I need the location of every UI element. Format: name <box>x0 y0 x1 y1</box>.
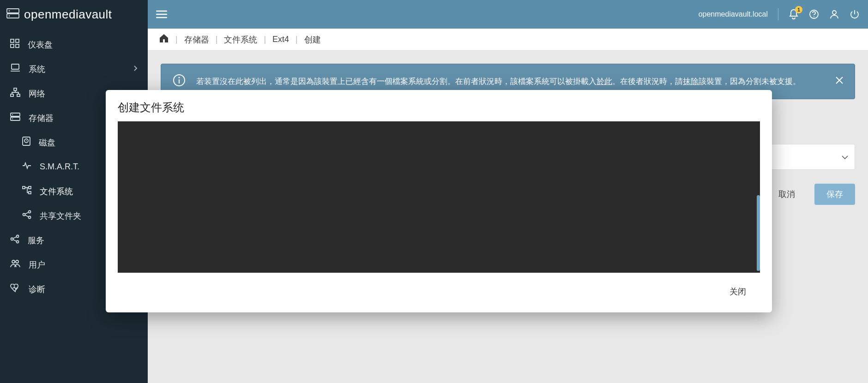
svg-rect-6 <box>11 44 14 48</box>
breadcrumb-separator: | <box>216 35 218 44</box>
brand[interactable]: openmediavault <box>0 0 148 29</box>
sidebar-item-label: 用户 <box>29 259 45 270</box>
help-button[interactable] <box>809 9 819 19</box>
svg-rect-10 <box>11 94 13 96</box>
sidebar-item-label: 网络 <box>29 88 45 99</box>
tree-icon <box>22 186 31 197</box>
breadcrumb-item[interactable]: 创建 <box>304 34 321 45</box>
close-icon <box>835 78 844 86</box>
sidebar-item-label: 存储器 <box>29 113 54 124</box>
svg-rect-7 <box>16 44 19 48</box>
dialog-close-button[interactable]: 关闭 <box>717 281 758 302</box>
info-text-segment: 若装置沒在此被列出，通常是因為該裝置上已經含有一個檔案系統或分割。在前者狀況時，… <box>196 77 597 86</box>
svg-point-29 <box>16 260 18 263</box>
info-link-mount[interactable]: 於此 <box>597 77 612 86</box>
svg-rect-11 <box>17 94 20 96</box>
breadcrumb-separator: | <box>175 35 178 44</box>
topbar: openmediavault.local 1 <box>148 0 868 29</box>
sidebar-item-label: S.M.A.R.T. <box>40 162 79 172</box>
info-link-wipe[interactable]: 抹除 <box>683 77 699 86</box>
notifications-button[interactable]: 1 <box>789 9 799 20</box>
sidebar-item-label: 文件系统 <box>40 186 73 197</box>
users-icon <box>10 259 20 270</box>
info-icon <box>172 73 186 90</box>
terminal-output[interactable]: The operation has completed successfully… <box>118 121 760 273</box>
svg-rect-5 <box>16 39 19 42</box>
sidebar-item-label: 仪表盘 <box>28 39 53 50</box>
sidebar-item-label: 系统 <box>29 64 45 75</box>
brand-text: openmediavault <box>24 7 112 22</box>
svg-rect-8 <box>12 64 19 69</box>
hostname-label: openmediavault.local <box>699 10 768 18</box>
svg-point-18 <box>26 140 27 141</box>
sidebar-item-label: 磁盘 <box>39 137 55 148</box>
svg-rect-21 <box>29 192 31 194</box>
info-text-segment: 。在後者狀況時，請 <box>612 77 683 86</box>
breadcrumb-separator: | <box>295 35 298 44</box>
network-icon <box>10 88 20 99</box>
svg-point-28 <box>12 260 15 263</box>
dashboard-icon <box>10 39 19 50</box>
cancel-button[interactable]: 取消 <box>766 184 807 205</box>
dropdown-caret-icon <box>842 153 848 161</box>
breadcrumb-item[interactable]: Ext4 <box>272 35 289 44</box>
info-text-segment: 該裝置，因為分割未被支援。 <box>699 77 801 86</box>
info-text: 若装置沒在此被列出，通常是因為該裝置上已經含有一個檔案系統或分割。在前者狀況時，… <box>196 76 801 87</box>
sidebar-item-label: 服务 <box>28 235 44 246</box>
sidebar-item-system[interactable]: 系统 <box>0 57 148 81</box>
storage-icon <box>10 113 20 123</box>
user-menu-button[interactable] <box>829 9 839 19</box>
share-icon <box>10 234 19 246</box>
svg-rect-4 <box>11 39 14 42</box>
svg-point-3 <box>9 15 10 17</box>
chevron-right-icon <box>133 64 138 74</box>
power-button[interactable] <box>850 9 860 19</box>
home-icon <box>159 36 169 45</box>
breadcrumb: | 存储器 | 文件系统 | Ext4 | 创建 <box>148 29 868 51</box>
svg-point-14 <box>12 114 13 115</box>
svg-point-2 <box>9 10 10 12</box>
heart-activity-icon <box>10 284 20 294</box>
svg-rect-9 <box>14 88 17 90</box>
svg-point-31 <box>814 17 814 18</box>
brand-logo-icon <box>6 8 19 20</box>
create-fs-dialog: 创建文件系统 The operation has completed succe… <box>106 90 772 312</box>
breadcrumb-home[interactable] <box>159 34 169 45</box>
notifications-badge: 1 <box>795 6 802 13</box>
sidebar-item-label: 诊断 <box>29 284 45 295</box>
dialog-title: 创建文件系统 <box>106 90 772 121</box>
hamburger-menu-button[interactable] <box>156 10 167 18</box>
breadcrumb-item[interactable]: 文件系统 <box>224 34 257 45</box>
svg-point-15 <box>12 119 13 120</box>
breadcrumb-item[interactable]: 存储器 <box>184 34 209 45</box>
info-close-button[interactable] <box>835 76 844 87</box>
svg-point-32 <box>832 11 836 14</box>
activity-icon <box>22 162 31 172</box>
terminal-scrollbar[interactable] <box>757 195 760 271</box>
sidebar-item-label: 共享文件夹 <box>40 210 81 221</box>
save-button[interactable]: 保存 <box>814 184 855 205</box>
divider <box>778 8 778 20</box>
share-icon <box>22 210 31 221</box>
sidebar-item-dashboard[interactable]: 仪表盘 <box>0 32 148 57</box>
laptop-icon <box>10 64 20 74</box>
svg-rect-20 <box>29 186 31 189</box>
breadcrumb-separator: | <box>264 35 266 44</box>
svg-rect-19 <box>23 186 25 189</box>
disk-icon <box>22 137 30 148</box>
svg-point-34 <box>178 77 180 78</box>
